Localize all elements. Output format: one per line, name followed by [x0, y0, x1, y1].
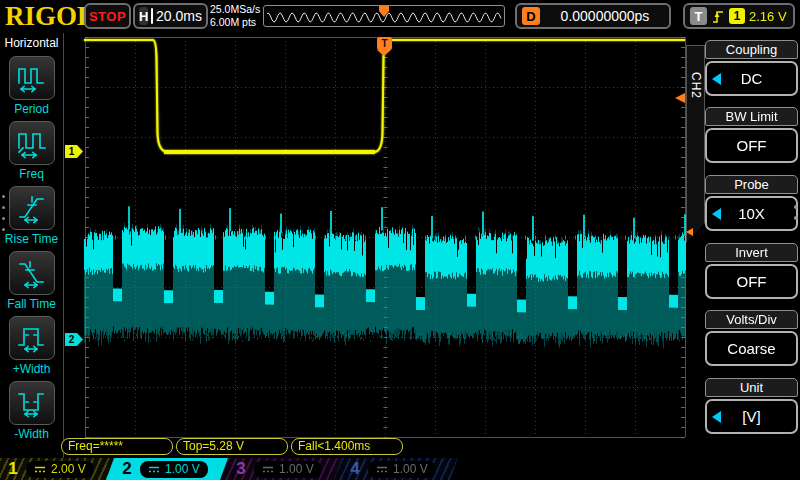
ch1-scale-box: 2.00 V — [26, 461, 94, 478]
left-arrow-icon — [712, 73, 721, 85]
timebase-value: 20.0ms — [156, 8, 202, 24]
dc-coupling-icon — [34, 465, 46, 474]
freq-icon — [16, 127, 48, 159]
horizontal-measure-menu: Horizontal Period Freq Rise Time Fall Ti… — [0, 33, 64, 458]
measurement-fall: Fall<1.400ms — [291, 438, 403, 455]
delay-value: 0.00000000ps — [546, 8, 664, 24]
softkey-volts-div[interactable]: Volts/Div Coarse — [705, 310, 798, 366]
softkey-unit[interactable]: Unit [V] — [705, 378, 798, 434]
menu-item-rise-time[interactable]: Rise Time — [0, 186, 63, 246]
softkey-bw-limit[interactable]: BW Limit OFF — [705, 107, 798, 163]
trigger-chip: T 1 2.16 V — [683, 3, 795, 29]
menu-item-freq[interactable]: Freq — [0, 121, 63, 181]
ch2-menu: CH2 Coupling DC BW Limit OFF Probe 10X I… — [686, 33, 800, 458]
menu-item-fall-time[interactable]: Fall Time — [0, 251, 63, 311]
trigger-source-badge: 1 — [729, 8, 745, 24]
minus-width-icon — [16, 387, 48, 419]
left-arrow-icon — [712, 208, 721, 220]
softkey-invert[interactable]: Invert OFF — [705, 243, 798, 299]
period-icon — [16, 62, 48, 94]
menu-item-minus-width[interactable]: -Width — [0, 381, 63, 441]
timebase-label: H — [139, 7, 148, 25]
rigol-logo: RIGOL — [5, 1, 95, 32]
ch2-menu-tab: CH2 — [686, 45, 705, 243]
memory-waveform-preview — [263, 5, 505, 27]
delay-label: D — [522, 7, 540, 25]
rise-time-icon — [16, 192, 48, 224]
measurement-freq: Freq=***** — [61, 438, 173, 455]
channel-chip-4[interactable]: 4 1.00 V — [334, 458, 458, 480]
delay-chip: D 0.00000000ps — [515, 3, 671, 29]
dc-coupling-icon — [148, 465, 160, 474]
left-arrow-icon — [712, 411, 721, 423]
timebase-chip: H 20.0ms — [133, 3, 208, 29]
softkey-coupling[interactable]: Coupling DC — [705, 40, 798, 96]
memory-depth: 6.00M pts — [210, 16, 260, 29]
channel-bar: 1 2.00 V 2 1.00 V 3 1.00 V — [0, 458, 800, 480]
ch2-scale-box: 1.00 V — [140, 461, 208, 478]
header-bar: RIGOL STOP H 20.0ms 25.0MSa/s 6.00M pts … — [0, 0, 800, 34]
run-state-badge: STOP — [84, 3, 131, 29]
trigger-side-arrow-icon — [686, 228, 693, 236]
scope-canvas — [64, 33, 686, 458]
channel-chip-3[interactable]: 3 1.00 V — [220, 458, 344, 480]
sample-rate: 25.0MSa/s — [210, 3, 260, 16]
plus-width-icon — [16, 322, 48, 354]
softkey-probe[interactable]: Probe 10X — [705, 175, 798, 231]
rising-edge-icon — [711, 8, 725, 25]
dc-coupling-icon — [376, 465, 388, 474]
trigger-position-marker[interactable]: T — [377, 37, 392, 50]
trigger-label: T — [690, 7, 707, 25]
menu-scroll-dots — [2, 195, 5, 231]
preview-trigger-marker — [379, 6, 389, 18]
menu-item-period[interactable]: Period — [0, 56, 63, 116]
dc-coupling-icon — [262, 465, 274, 474]
channel-chip-2[interactable]: 2 1.00 V — [106, 458, 230, 480]
ch4-scale-box: 1.00 V — [368, 461, 436, 478]
measurement-top: Top=5.28 V — [176, 438, 288, 455]
acquisition-info: 25.0MSa/s 6.00M pts — [210, 3, 260, 29]
timebase-highlight — [151, 8, 153, 24]
menu-page-dots — [794, 205, 798, 220]
measurement-bar: Freq=***** Top=5.28 V Fall<1.400ms — [61, 438, 403, 455]
channel-chip-1[interactable]: 1 2.00 V — [0, 458, 116, 480]
trigger-level-value: 2.16 V — [749, 9, 787, 24]
fall-time-icon — [16, 257, 48, 289]
left-menu-title: Horizontal — [0, 36, 63, 50]
ch3-scale-box: 1.00 V — [254, 461, 322, 478]
scope-display: 1 2 T — [64, 33, 686, 458]
menu-item-plus-width[interactable]: +Width — [0, 316, 63, 376]
